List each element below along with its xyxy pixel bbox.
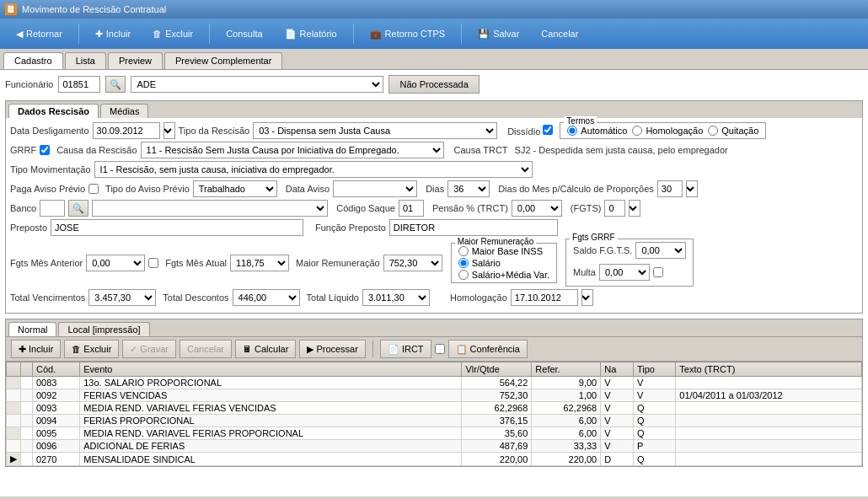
th-cod: Cód. bbox=[33, 362, 80, 377]
dissidio-checkbox[interactable] bbox=[543, 125, 553, 135]
tipo-aviso-select[interactable]: Trabalhado bbox=[193, 180, 277, 197]
processar-button[interactable]: ▶ Processar bbox=[299, 340, 366, 358]
plus-icon: ✚ bbox=[19, 344, 26, 355]
codigo-saque-input[interactable] bbox=[399, 200, 424, 217]
total-vencimentos-select[interactable]: 3.457,30 bbox=[88, 289, 156, 306]
tipo-rescisao-select[interactable]: 03 - Dispensa sem Justa Causa bbox=[253, 122, 497, 139]
pensao-select[interactable]: 0,00 bbox=[512, 200, 562, 217]
banco-name-select[interactable] bbox=[92, 200, 328, 217]
retornar-button[interactable]: ◀ Retornar bbox=[7, 25, 72, 43]
irct-checkbox[interactable] bbox=[435, 344, 445, 354]
table-row[interactable]: ▶ 0270 MENSALIDADE SINDICAL 220,00 220,0… bbox=[7, 453, 862, 466]
tab-normal[interactable]: Normal bbox=[8, 322, 56, 336]
table-container: Cód. Evento Vlr/Qtde Refer. Na Tipo Text… bbox=[6, 362, 862, 466]
funcionario-name-select[interactable]: ADE bbox=[131, 76, 383, 93]
irct-button[interactable]: 📄 IRCT bbox=[380, 340, 431, 358]
table-row[interactable]: 0094 FERIAS PROPORCIONAL 376,15 6,00 V Q bbox=[7, 415, 862, 427]
data-aviso-select[interactable] bbox=[333, 180, 417, 197]
paga-aviso-checkbox[interactable] bbox=[88, 184, 99, 194]
maior-base-inss-radio[interactable] bbox=[458, 246, 469, 256]
row-na: V bbox=[601, 377, 634, 389]
banco-code-input[interactable] bbox=[40, 200, 65, 217]
fgts-mes-anterior-label: Fgts Mês Anterior bbox=[10, 258, 83, 268]
cancelar-toolbar-button[interactable]: Cancelar bbox=[532, 25, 587, 42]
data-desligamento-input[interactable] bbox=[93, 122, 160, 139]
calcular-button[interactable]: 🖩 Calcular bbox=[235, 340, 296, 358]
homologacao-select[interactable]: ▼ bbox=[581, 289, 593, 306]
row-cod: 0270 bbox=[33, 453, 80, 466]
salario-radio[interactable] bbox=[458, 258, 469, 268]
salario-media-radio[interactable] bbox=[458, 270, 469, 280]
saldo-fgts-select[interactable]: 0,00 bbox=[635, 242, 686, 259]
multa-select[interactable]: 0,00 bbox=[599, 264, 650, 281]
total-liquido-select[interactable]: 3.011,30 bbox=[362, 289, 430, 306]
causa-rescisao-select[interactable]: 11 - Rescisão Sem Justa Causa por Inicia… bbox=[141, 142, 444, 158]
th-arrow bbox=[7, 362, 21, 377]
maior-remuneracao-select[interactable]: 752,30 bbox=[383, 255, 442, 271]
tab-dados-rescisao[interactable]: Dados Rescisão bbox=[8, 104, 99, 118]
tab-cadastro[interactable]: Cadastro bbox=[3, 52, 63, 69]
relatorio-button[interactable]: 📄 Relatório bbox=[276, 25, 346, 43]
funcionario-code-input[interactable] bbox=[58, 76, 100, 93]
trash-icon: 🗑 bbox=[72, 344, 81, 354]
saldo-fgts-row: Saldo F.G.T.S. 0,00 bbox=[573, 242, 686, 259]
tab-preview[interactable]: Preview bbox=[108, 52, 163, 69]
table-row[interactable]: 0093 MEDIA REND. VARIAVEL FERIAS VENCIDA… bbox=[7, 402, 862, 415]
preposto-input[interactable] bbox=[51, 219, 303, 236]
multa-checkbox[interactable] bbox=[653, 267, 663, 277]
table-row[interactable]: 0083 13o. SALARIO PROPORCIONAL 564,22 9,… bbox=[7, 377, 862, 389]
tab-local-impressao[interactable]: Local [impressão] bbox=[58, 322, 149, 336]
total-liquido-label: Total Líquido bbox=[307, 292, 359, 303]
conferencia-icon: 📋 bbox=[456, 344, 468, 355]
salvar-button[interactable]: 💾 Salvar bbox=[469, 25, 528, 43]
row-vlr-qtde: 564,22 bbox=[462, 377, 532, 389]
bottom-excluir-button[interactable]: 🗑 Excluir bbox=[64, 340, 119, 358]
row-evento: ADICIONAL DE FERIAS bbox=[80, 440, 462, 453]
table-row[interactable]: 0095 MEDIA REND. VARIAVEL FERIAS PROPORC… bbox=[7, 427, 862, 440]
table-row[interactable]: 0092 FERIAS VENCIDAS 752,30 1,00 V V 01/… bbox=[7, 389, 862, 402]
bottom-gravar-button[interactable]: ✓ Gravar bbox=[122, 340, 176, 358]
retorno-ctps-button[interactable]: 💼 Retorno CTPS bbox=[361, 25, 455, 43]
bottom-cancelar-button[interactable]: Cancelar bbox=[179, 340, 232, 358]
termos-automatico-label: Automático bbox=[581, 126, 627, 136]
conferencia-button[interactable]: 📋 Conferência bbox=[448, 340, 528, 358]
tab-medias[interactable]: Médias bbox=[100, 104, 148, 118]
data-desligamento-select[interactable]: ▼ bbox=[163, 122, 175, 139]
tab-preview-complementar[interactable]: Preview Complementar bbox=[164, 52, 282, 69]
row-tipo: Q bbox=[633, 402, 675, 415]
consulta-button[interactable]: Consulta bbox=[217, 25, 271, 42]
total-descontos-select[interactable]: 446,00 bbox=[233, 289, 300, 306]
fgts-input[interactable] bbox=[604, 200, 625, 217]
termos-homologacao-radio[interactable] bbox=[632, 126, 642, 136]
status-button[interactable]: Não Processada bbox=[388, 75, 479, 94]
table-row[interactable]: 0096 ADICIONAL DE FERIAS 487,69 33,33 V … bbox=[7, 440, 862, 453]
tipo-movimentacao-select[interactable]: I1 - Rescisão, sem justa causa, iniciati… bbox=[94, 161, 533, 178]
saldo-fgts-label: Saldo F.G.T.S. bbox=[573, 245, 632, 255]
incluir-button[interactable]: ✚ Incluir bbox=[86, 25, 140, 43]
fgts-mes-anterior-select[interactable]: 0,00 bbox=[86, 255, 145, 271]
row-texto bbox=[676, 440, 862, 453]
tab-lista[interactable]: Lista bbox=[65, 52, 106, 69]
row-texto bbox=[676, 453, 862, 466]
funcionario-search-button[interactable]: 🔍 bbox=[105, 76, 126, 93]
row-vlr-qtde: 220,00 bbox=[462, 453, 532, 466]
dias-mes-spinner[interactable]: ▲ bbox=[686, 180, 698, 197]
banco-search-button[interactable]: 🔍 bbox=[68, 200, 88, 217]
termos-automatico-radio[interactable] bbox=[567, 126, 577, 136]
data-aviso-label: Data Aviso bbox=[286, 184, 330, 194]
row-aviso: Paga Aviso Prévio Tipo do Aviso Prévio T… bbox=[10, 180, 858, 197]
data-desligamento-label: Data Desligamento bbox=[10, 126, 89, 136]
dias-mes-input[interactable] bbox=[657, 180, 683, 197]
fgts-anterior-checkbox[interactable] bbox=[148, 258, 158, 268]
grrf-checkbox[interactable] bbox=[40, 145, 50, 155]
fgts-select[interactable]: ▼ bbox=[629, 200, 640, 217]
row-marker bbox=[21, 427, 33, 440]
fgts-mes-atual-select[interactable]: 118,75 bbox=[230, 255, 289, 271]
dias-select[interactable]: 36 bbox=[447, 180, 490, 197]
homologacao-input[interactable] bbox=[511, 289, 578, 306]
termos-quitacao-radio[interactable] bbox=[708, 126, 718, 136]
excluir-button[interactable]: 🗑 Excluir bbox=[143, 25, 202, 42]
funcao-preposto-input[interactable] bbox=[389, 219, 558, 236]
bottom-incluir-button[interactable]: ✚ Incluir bbox=[11, 340, 61, 358]
homologacao-label: Homologação bbox=[450, 292, 507, 303]
